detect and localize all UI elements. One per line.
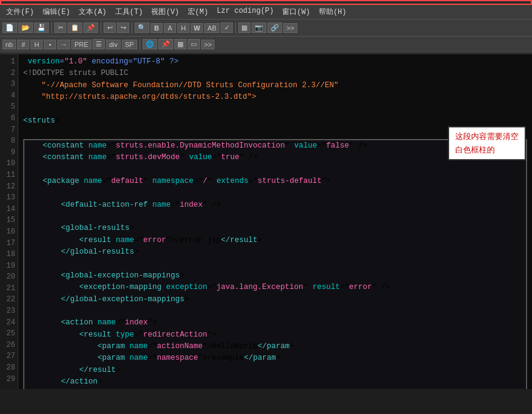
line-number: 23 (2, 305, 15, 317)
tb-img[interactable]: 📷 (252, 23, 266, 33)
line-number: 24 (2, 317, 15, 329)
line-number: 13 (2, 192, 15, 204)
menu-item[interactable]: 编辑(E) (39, 6, 74, 18)
tb2-anchor[interactable]: 📌 (158, 39, 173, 49)
code-line[interactable]: </result> (24, 365, 526, 376)
tb-wysiwyg[interactable]: W (191, 23, 203, 33)
line-number: 28 (2, 362, 15, 374)
code-line[interactable]: <result type="redirectAction"> (24, 329, 526, 341)
tb-link[interactable]: 🔗 (268, 23, 282, 33)
code-line[interactable]: <global-results> (24, 223, 526, 234)
tb2-nb[interactable]: nb (2, 40, 16, 49)
tb2-hash[interactable]: # (17, 40, 29, 49)
sep1 (51, 23, 52, 34)
code-line[interactable] (24, 187, 526, 199)
code-line[interactable]: "-//Apache Software Foundation//DTD Stru… (23, 80, 527, 91)
line-number: 27 (2, 351, 15, 362)
toolbar1: 📄 📂 💾 ✂ 📋 📌 ↩ ↪ 🔍 B A H W AB ✓ ▦ 📷 🔗 >> (0, 20, 532, 37)
code-line[interactable]: <!DOCTYPE struts PUBLIC (23, 68, 527, 79)
tb-open[interactable]: 📂 (18, 23, 33, 33)
menu-item[interactable]: 工具(T) (112, 6, 147, 18)
code-line[interactable]: <default-action-ref name="index" /> (24, 199, 526, 211)
code-line[interactable]: <result name="error">/error.jsp</result> (24, 235, 526, 246)
tb-table[interactable]: ▦ (238, 23, 250, 33)
code-line[interactable]: </package> (24, 388, 526, 390)
tb2-align[interactable]: ☰ (93, 39, 105, 49)
line-number: 1 (2, 56, 15, 68)
tb2-bullet[interactable]: • (44, 40, 56, 49)
code-area[interactable]: version="1.0" encoding="UTF-8" ?><!DOCTY… (18, 54, 532, 389)
line-number: 17 (2, 238, 15, 249)
code-line[interactable] (24, 258, 526, 269)
menu-item[interactable]: 文本(A) (75, 6, 110, 18)
tb2-h1[interactable]: H (30, 40, 43, 49)
tb2-frame[interactable]: ▭ (188, 39, 200, 49)
annotation-line2: 白色框柱的 (455, 145, 495, 154)
line-number: 26 (2, 340, 15, 351)
line-number: 18 (2, 249, 15, 260)
tb-cut[interactable]: ✂ (54, 23, 66, 33)
code-line[interactable]: <param name="actionName">HelloWorld</par… (24, 341, 526, 352)
menu-item[interactable]: Lzr coding(P) (213, 6, 278, 18)
tb-save[interactable]: 💾 (34, 23, 49, 33)
code-line[interactable]: <exception-mapping exception="java.lang.… (24, 282, 526, 293)
sep5 (140, 39, 140, 50)
code-line[interactable]: <param name="namespace">/example</param> (24, 352, 526, 364)
code-line[interactable]: <package name="default" namespace="/" ex… (24, 176, 526, 187)
tb-format[interactable]: A (164, 23, 176, 33)
tb-undo[interactable]: ↩ (104, 23, 116, 33)
title-bar (0, 0, 532, 5)
tb-copy[interactable]: 📋 (68, 23, 82, 33)
code-line[interactable]: </global-results> (24, 246, 526, 258)
code-line[interactable]: <action name="index"> (24, 317, 526, 329)
tb-more[interactable]: >> (283, 23, 297, 33)
tb-check[interactable]: ✓ (221, 23, 233, 33)
tb2-table2[interactable]: ▦ (174, 39, 186, 49)
line-number: 19 (2, 260, 15, 272)
tb-new[interactable]: 📄 (2, 23, 17, 33)
menu-item[interactable]: 宏(M) (184, 6, 212, 18)
code-line[interactable]: <global-exception-mappings> (24, 270, 526, 282)
code-line[interactable]: "http://struts.apache.org/dtds/struts-2.… (23, 91, 527, 103)
tb2-sp[interactable]: SP (122, 40, 137, 49)
tb2-img2[interactable]: 🌐 (143, 39, 157, 49)
tb-ab[interactable]: AB (204, 23, 219, 33)
tb-paste[interactable]: 📌 (83, 23, 98, 33)
line-number: 6 (2, 113, 15, 124)
line-number: 16 (2, 226, 15, 238)
tb2-more2[interactable]: >> (201, 40, 215, 49)
code-line[interactable] (23, 104, 527, 115)
tb-bold[interactable]: B (151, 23, 163, 33)
code-line[interactable] (24, 305, 526, 317)
line-number: 9 (2, 147, 15, 159)
line-number: 12 (2, 181, 15, 193)
sep4 (235, 23, 236, 34)
code-line[interactable]: </action> (24, 376, 526, 388)
line-number: 4 (2, 90, 15, 102)
sep2 (101, 23, 101, 34)
line-numbers: 1234567891011121314151617181920212223242… (0, 54, 18, 389)
menu-bar: 文件(F)编辑(E)文本(A)工具(T)视图(V)宏(M)Lzr coding(… (0, 5, 532, 20)
tb2-pre[interactable]: PRE (71, 40, 91, 49)
code-line[interactable] (24, 163, 526, 175)
line-number: 29 (2, 374, 15, 385)
line-number: 21 (2, 283, 15, 294)
editor: 1234567891011121314151617181920212223242… (0, 54, 532, 389)
menu-item[interactable]: 文件(F) (2, 6, 38, 18)
annotation-box: 这段内容需要清空白色框柱的 (448, 126, 526, 160)
menu-item[interactable]: 帮助(H) (315, 6, 350, 18)
selection-region: <constant name="struts.enable.DynamicMet… (23, 139, 527, 389)
tb-h[interactable]: H (177, 23, 190, 33)
tb2-div[interactable]: div (106, 40, 121, 49)
code-line[interactable]: <struts> (23, 115, 527, 127)
menu-item[interactable]: 视图(V) (147, 6, 183, 18)
line-number: 20 (2, 271, 15, 283)
code-line[interactable]: </global-exception-mappings> (24, 294, 526, 305)
tb-search[interactable]: 🔍 (135, 23, 149, 33)
menu-item[interactable]: 窗口(W) (278, 6, 314, 18)
line-number: 22 (2, 294, 15, 305)
code-line[interactable]: version="1.0" encoding="UTF-8" ?> (23, 56, 527, 68)
tb2-indent[interactable]: → (57, 40, 70, 49)
tb-redo[interactable]: ↪ (117, 23, 129, 33)
code-line[interactable] (24, 211, 526, 223)
